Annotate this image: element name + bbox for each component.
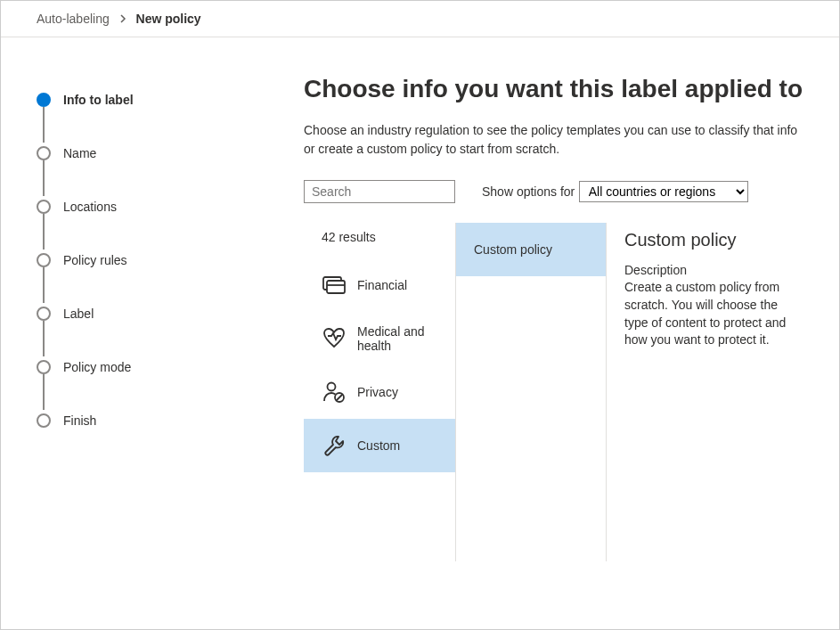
wrench-icon: [322, 434, 347, 457]
details-title: Custom policy: [624, 230, 803, 250]
show-options-label: Show options for: [482, 184, 575, 199]
step-indicator-icon: [37, 360, 51, 374]
search-input[interactable]: [304, 180, 455, 203]
details-desc-label: Description: [624, 263, 803, 277]
category-item[interactable]: Financial: [304, 258, 455, 312]
category-item[interactable]: Privacy: [304, 365, 455, 419]
wizard-step[interactable]: Label: [37, 287, 250, 340]
wizard-step[interactable]: Finish: [37, 394, 250, 447]
chevron-right-icon: [118, 12, 127, 26]
category-item[interactable]: Custom: [304, 419, 455, 472]
wizard-step[interactable]: Locations: [37, 180, 250, 233]
breadcrumb: Auto-labeling New policy: [1, 1, 839, 37]
template-label: Custom policy: [474, 242, 552, 257]
step-indicator-icon: [37, 413, 51, 428]
details-desc-text: Create a custom policy from scratch. You…: [624, 279, 803, 348]
step-indicator-icon: [37, 253, 51, 267]
wizard-step[interactable]: Name: [37, 127, 250, 180]
template-item[interactable]: Custom policy: [456, 223, 606, 276]
page-subtitle: Choose an industry regulation to see the…: [304, 121, 803, 159]
breadcrumb-parent[interactable]: Auto-labeling: [37, 12, 110, 26]
step-label: Label: [63, 307, 94, 321]
svg-line-5: [337, 395, 343, 401]
results-count: 42 results: [304, 223, 455, 258]
category-label: Custom: [357, 438, 400, 454]
wizard-step[interactable]: Info to label: [37, 73, 250, 127]
category-item[interactable]: Medical and health: [304, 312, 455, 365]
wizard-step[interactable]: Policy rules: [37, 233, 250, 287]
main-content: Choose info you want this label applied …: [268, 37, 839, 626]
step-label: Name: [63, 146, 96, 160]
region-select[interactable]: All countries or regions: [579, 181, 748, 202]
breadcrumb-current: New policy: [136, 12, 201, 26]
step-label: Finish: [63, 413, 96, 428]
step-label: Locations: [63, 200, 117, 214]
category-label: Medical and health: [357, 324, 444, 355]
page-title: Choose info you want this label applied …: [304, 73, 803, 105]
svg-rect-1: [327, 281, 345, 293]
heart-icon: [322, 328, 347, 349]
person-block-icon: [322, 381, 347, 403]
step-label: Info to label: [63, 93, 134, 107]
template-column: Custom policy: [455, 223, 607, 561]
credit-card-icon: [322, 276, 347, 294]
step-label: Policy rules: [63, 253, 127, 267]
step-indicator-icon: [37, 200, 51, 214]
step-indicator-icon: [37, 146, 51, 160]
category-label: Privacy: [357, 385, 398, 400]
svg-point-3: [328, 383, 336, 391]
wizard-steps: Info to label Name Locations Policy rule…: [1, 37, 268, 626]
category-label: Financial: [357, 278, 407, 293]
step-indicator-icon: [37, 307, 51, 321]
step-indicator-icon: [37, 93, 51, 107]
details-column: Custom policy Description Create a custo…: [607, 223, 803, 561]
wizard-step[interactable]: Policy mode: [37, 340, 250, 394]
step-label: Policy mode: [63, 360, 131, 374]
category-column: 42 results Financial Medical and health …: [304, 223, 455, 561]
